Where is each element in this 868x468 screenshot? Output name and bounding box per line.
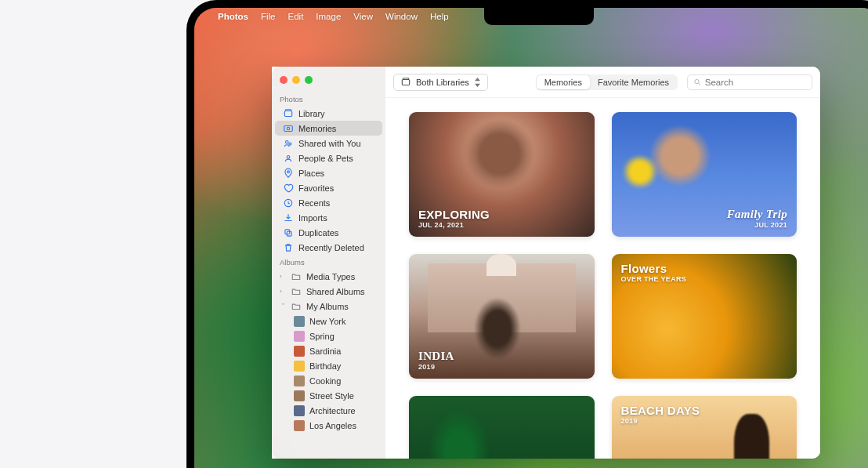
sidebar-item-label: Library [298,109,325,118]
memory-subtitle: 2019 [621,417,788,425]
folder-icon [291,271,302,282]
svg-point-7 [288,170,290,172]
search-field[interactable] [687,74,812,90]
sidebar-section-albums: Albums [272,255,385,269]
zoom-window-button[interactable] [305,76,313,84]
sidebar-item-people-pets[interactable]: People & Pets [275,151,382,165]
minimize-window-button[interactable] [292,76,300,84]
sidebar-album-sardinia[interactable]: Sardinia [275,343,382,358]
menu-file[interactable]: File [261,12,276,21]
libraries-icon [400,77,411,88]
album-thumbnail [294,420,305,431]
sidebar-album-spring[interactable]: Spring [275,328,382,343]
sidebar-item-label: Cooking [309,376,341,386]
memories-icon [283,123,294,134]
segment-memories[interactable]: Memories [537,75,590,89]
memory-card-summer[interactable]: Summer 2017 [409,396,595,459]
sidebar-item-label: Places [298,169,324,178]
sidebar: Photos Library Memories Shared with You … [272,67,385,459]
svg-point-5 [289,143,291,145]
sidebar-item-shared-with-you[interactable]: Shared with You [275,136,382,151]
library-selector[interactable]: Both Libraries [393,74,488,91]
people-icon [283,153,294,164]
sidebar-item-label: Recently Deleted [298,243,364,252]
menu-window[interactable]: Window [385,12,418,21]
album-thumbnail [294,361,305,372]
album-thumbnail [294,346,305,357]
memory-card-exploring[interactable]: EXPLORING JUL 24, 2021 [409,112,595,237]
duplicates-icon [283,227,294,238]
sidebar-item-label: Street Style [309,391,354,401]
sidebar-item-recently-deleted[interactable]: Recently Deleted [275,240,382,255]
chevron-right-icon: › [280,273,286,280]
close-window-button[interactable] [280,76,288,84]
sidebar-item-my-albums[interactable]: › My Albums [275,299,382,314]
sidebar-album-architecture[interactable]: Architecture [275,403,382,418]
menu-view[interactable]: View [353,12,373,21]
sidebar-item-duplicates[interactable]: Duplicates [275,225,382,240]
album-thumbnail [294,331,305,342]
sidebar-item-label: Spring [309,332,335,341]
menu-image[interactable]: Image [316,12,341,21]
svg-point-13 [695,79,699,83]
photo-subject [465,118,535,189]
svg-rect-12 [403,78,409,79]
svg-rect-2 [284,125,293,131]
menu-help[interactable]: Help [430,12,449,21]
places-icon [283,168,294,179]
sidebar-item-memories[interactable]: Memories [275,121,382,136]
svg-rect-0 [284,111,291,116]
sidebar-item-favorites[interactable]: Favorites [275,180,382,195]
memory-subtitle: JUL 24, 2021 [418,221,585,229]
main-content: Both Libraries Memories Favorite Memorie… [385,67,820,459]
memory-title: Family Trip [727,208,787,221]
sidebar-item-label: People & Pets [298,154,353,163]
sidebar-album-cooking[interactable]: Cooking [275,373,382,388]
photo-subject [428,408,490,459]
sidebar-item-label: Media Types [306,272,355,281]
shared-icon [283,138,294,149]
view-segmented-control: Memories Favorite Memories [536,74,678,90]
segment-favorite-memories[interactable]: Favorite Memories [590,75,677,89]
sidebar-item-label: New York [309,317,345,326]
heart-icon [283,183,294,194]
search-input[interactable] [705,78,806,87]
sidebar-item-imports[interactable]: Imports [275,210,382,225]
menu-app-name[interactable]: Photos [218,12,248,21]
memory-title: Flowers [621,262,788,275]
sidebar-item-label: Memories [298,124,336,133]
sidebar-item-recents[interactable]: Recents [275,195,382,210]
sidebar-album-los-angeles[interactable]: Los Angeles [275,418,382,433]
photo-flowers [620,156,660,187]
sidebar-item-library[interactable]: Library [275,106,382,121]
memory-card-family-trip[interactable]: Family Trip JUL 2021 [612,112,797,237]
album-thumbnail [294,405,305,416]
memory-card-india[interactable]: INDIA 2019 [409,254,595,379]
memory-subtitle: OVER THE YEARS [621,275,788,283]
photo-subject [474,297,521,360]
chevron-right-icon: › [280,288,286,295]
sidebar-item-shared-albums[interactable]: › Shared Albums [275,284,382,299]
memories-grid-container[interactable]: EXPLORING JUL 24, 2021 Family Trip JUL 2… [385,98,820,459]
svg-point-6 [287,155,290,158]
trash-icon [283,242,294,253]
sidebar-item-label: My Albums [306,302,349,311]
window-controls [272,73,385,92]
album-thumbnail [294,375,305,386]
menu-edit[interactable]: Edit [288,12,304,21]
sidebar-album-street-style[interactable]: Street Style [275,388,382,403]
updown-chevron-icon [474,78,481,87]
sidebar-item-label: Architecture [309,406,356,415]
memory-subtitle: 2019 [418,363,585,371]
sidebar-album-birthday[interactable]: Birthday [275,358,382,373]
sidebar-item-places[interactable]: Places [275,165,382,180]
search-icon [693,78,702,87]
sidebar-item-label: Recents [298,198,330,208]
sidebar-album-new-york[interactable]: New York [275,314,382,328]
album-thumbnail [294,316,305,327]
memory-card-flowers[interactable]: Flowers OVER THE YEARS [612,254,797,379]
sidebar-item-media-types[interactable]: › Media Types [275,269,382,284]
sidebar-item-label: Sardinia [309,346,341,356]
memory-card-beach-days[interactable]: BEACH DAYS 2019 [612,396,797,459]
folder-icon [291,301,302,312]
